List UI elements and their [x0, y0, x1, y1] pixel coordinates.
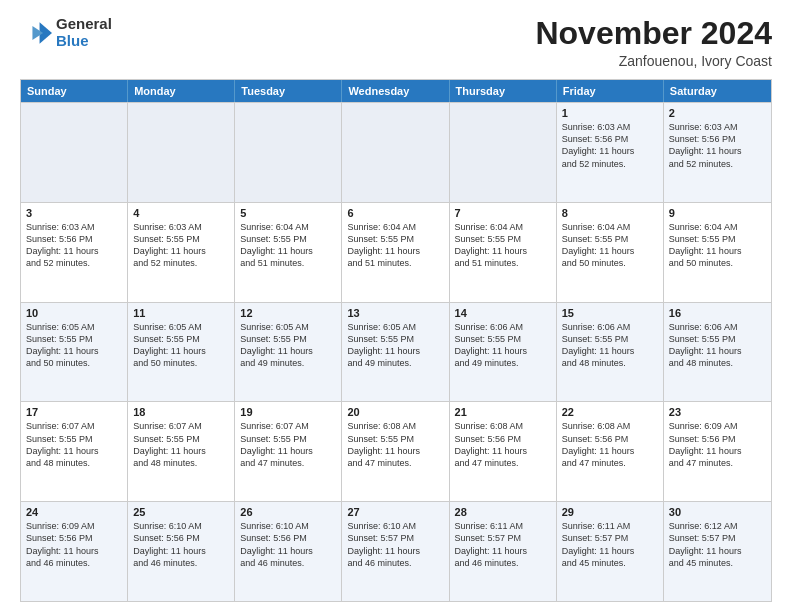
day-number: 27	[347, 506, 443, 518]
day-info: Sunrise: 6:08 AMSunset: 5:56 PMDaylight:…	[562, 420, 658, 469]
weekday-header-tuesday: Tuesday	[235, 80, 342, 102]
day-number: 28	[455, 506, 551, 518]
day-cell-13: 13Sunrise: 6:05 AMSunset: 5:55 PMDayligh…	[342, 303, 449, 402]
day-number: 25	[133, 506, 229, 518]
day-number: 7	[455, 207, 551, 219]
day-info: Sunrise: 6:03 AMSunset: 5:55 PMDaylight:…	[133, 221, 229, 270]
day-number: 3	[26, 207, 122, 219]
day-cell-1: 1Sunrise: 6:03 AMSunset: 5:56 PMDaylight…	[557, 103, 664, 202]
day-number: 12	[240, 307, 336, 319]
day-info: Sunrise: 6:04 AMSunset: 5:55 PMDaylight:…	[669, 221, 766, 270]
title-block: November 2024 Zanfouenou, Ivory Coast	[535, 16, 772, 69]
day-info: Sunrise: 6:08 AMSunset: 5:56 PMDaylight:…	[455, 420, 551, 469]
day-info: Sunrise: 6:09 AMSunset: 5:56 PMDaylight:…	[669, 420, 766, 469]
day-cell-23: 23Sunrise: 6:09 AMSunset: 5:56 PMDayligh…	[664, 402, 771, 501]
day-info: Sunrise: 6:06 AMSunset: 5:55 PMDaylight:…	[669, 321, 766, 370]
day-cell-16: 16Sunrise: 6:06 AMSunset: 5:55 PMDayligh…	[664, 303, 771, 402]
day-number: 22	[562, 406, 658, 418]
day-number: 10	[26, 307, 122, 319]
day-info: Sunrise: 6:10 AMSunset: 5:56 PMDaylight:…	[240, 520, 336, 569]
day-cell-5: 5Sunrise: 6:04 AMSunset: 5:55 PMDaylight…	[235, 203, 342, 302]
day-cell-29: 29Sunrise: 6:11 AMSunset: 5:57 PMDayligh…	[557, 502, 664, 601]
day-cell-15: 15Sunrise: 6:06 AMSunset: 5:55 PMDayligh…	[557, 303, 664, 402]
day-number: 21	[455, 406, 551, 418]
weekday-header-wednesday: Wednesday	[342, 80, 449, 102]
logo-blue-text: Blue	[56, 33, 112, 50]
day-number: 23	[669, 406, 766, 418]
day-number: 13	[347, 307, 443, 319]
logo: General Blue	[20, 16, 112, 49]
calendar: SundayMondayTuesdayWednesdayThursdayFrid…	[20, 79, 772, 602]
day-number: 30	[669, 506, 766, 518]
day-cell-4: 4Sunrise: 6:03 AMSunset: 5:55 PMDaylight…	[128, 203, 235, 302]
day-number: 2	[669, 107, 766, 119]
day-info: Sunrise: 6:04 AMSunset: 5:55 PMDaylight:…	[455, 221, 551, 270]
location: Zanfouenou, Ivory Coast	[535, 53, 772, 69]
empty-cell-0-2	[235, 103, 342, 202]
day-info: Sunrise: 6:07 AMSunset: 5:55 PMDaylight:…	[26, 420, 122, 469]
day-info: Sunrise: 6:10 AMSunset: 5:57 PMDaylight:…	[347, 520, 443, 569]
day-cell-24: 24Sunrise: 6:09 AMSunset: 5:56 PMDayligh…	[21, 502, 128, 601]
day-cell-10: 10Sunrise: 6:05 AMSunset: 5:55 PMDayligh…	[21, 303, 128, 402]
day-info: Sunrise: 6:03 AMSunset: 5:56 PMDaylight:…	[26, 221, 122, 270]
day-info: Sunrise: 6:11 AMSunset: 5:57 PMDaylight:…	[562, 520, 658, 569]
weekday-header-monday: Monday	[128, 80, 235, 102]
day-cell-2: 2Sunrise: 6:03 AMSunset: 5:56 PMDaylight…	[664, 103, 771, 202]
day-info: Sunrise: 6:05 AMSunset: 5:55 PMDaylight:…	[240, 321, 336, 370]
day-info: Sunrise: 6:12 AMSunset: 5:57 PMDaylight:…	[669, 520, 766, 569]
calendar-header: SundayMondayTuesdayWednesdayThursdayFrid…	[21, 80, 771, 102]
day-number: 11	[133, 307, 229, 319]
logo-icon	[20, 17, 52, 49]
day-number: 4	[133, 207, 229, 219]
day-cell-20: 20Sunrise: 6:08 AMSunset: 5:55 PMDayligh…	[342, 402, 449, 501]
day-cell-3: 3Sunrise: 6:03 AMSunset: 5:56 PMDaylight…	[21, 203, 128, 302]
day-number: 16	[669, 307, 766, 319]
day-number: 29	[562, 506, 658, 518]
day-info: Sunrise: 6:07 AMSunset: 5:55 PMDaylight:…	[133, 420, 229, 469]
calendar-row-3: 17Sunrise: 6:07 AMSunset: 5:55 PMDayligh…	[21, 401, 771, 501]
day-number: 14	[455, 307, 551, 319]
day-info: Sunrise: 6:03 AMSunset: 5:56 PMDaylight:…	[669, 121, 766, 170]
empty-cell-0-1	[128, 103, 235, 202]
day-info: Sunrise: 6:05 AMSunset: 5:55 PMDaylight:…	[26, 321, 122, 370]
day-info: Sunrise: 6:05 AMSunset: 5:55 PMDaylight:…	[133, 321, 229, 370]
day-cell-12: 12Sunrise: 6:05 AMSunset: 5:55 PMDayligh…	[235, 303, 342, 402]
day-number: 19	[240, 406, 336, 418]
empty-cell-0-4	[450, 103, 557, 202]
header: General Blue November 2024 Zanfouenou, I…	[20, 16, 772, 69]
calendar-row-2: 10Sunrise: 6:05 AMSunset: 5:55 PMDayligh…	[21, 302, 771, 402]
empty-cell-0-3	[342, 103, 449, 202]
day-number: 24	[26, 506, 122, 518]
calendar-body: 1Sunrise: 6:03 AMSunset: 5:56 PMDaylight…	[21, 102, 771, 601]
day-info: Sunrise: 6:05 AMSunset: 5:55 PMDaylight:…	[347, 321, 443, 370]
day-cell-11: 11Sunrise: 6:05 AMSunset: 5:55 PMDayligh…	[128, 303, 235, 402]
day-cell-21: 21Sunrise: 6:08 AMSunset: 5:56 PMDayligh…	[450, 402, 557, 501]
day-cell-28: 28Sunrise: 6:11 AMSunset: 5:57 PMDayligh…	[450, 502, 557, 601]
page: General Blue November 2024 Zanfouenou, I…	[0, 0, 792, 612]
day-info: Sunrise: 6:07 AMSunset: 5:55 PMDaylight:…	[240, 420, 336, 469]
day-number: 15	[562, 307, 658, 319]
day-number: 17	[26, 406, 122, 418]
logo-text: General Blue	[56, 16, 112, 49]
calendar-row-4: 24Sunrise: 6:09 AMSunset: 5:56 PMDayligh…	[21, 501, 771, 601]
logo-general-text: General	[56, 16, 112, 33]
day-cell-7: 7Sunrise: 6:04 AMSunset: 5:55 PMDaylight…	[450, 203, 557, 302]
day-info: Sunrise: 6:06 AMSunset: 5:55 PMDaylight:…	[562, 321, 658, 370]
weekday-header-saturday: Saturday	[664, 80, 771, 102]
day-cell-19: 19Sunrise: 6:07 AMSunset: 5:55 PMDayligh…	[235, 402, 342, 501]
weekday-header-friday: Friday	[557, 80, 664, 102]
day-cell-9: 9Sunrise: 6:04 AMSunset: 5:55 PMDaylight…	[664, 203, 771, 302]
day-cell-17: 17Sunrise: 6:07 AMSunset: 5:55 PMDayligh…	[21, 402, 128, 501]
calendar-row-0: 1Sunrise: 6:03 AMSunset: 5:56 PMDaylight…	[21, 102, 771, 202]
empty-cell-0-0	[21, 103, 128, 202]
day-info: Sunrise: 6:03 AMSunset: 5:56 PMDaylight:…	[562, 121, 658, 170]
day-number: 26	[240, 506, 336, 518]
day-number: 1	[562, 107, 658, 119]
day-cell-26: 26Sunrise: 6:10 AMSunset: 5:56 PMDayligh…	[235, 502, 342, 601]
day-number: 18	[133, 406, 229, 418]
day-info: Sunrise: 6:09 AMSunset: 5:56 PMDaylight:…	[26, 520, 122, 569]
day-cell-22: 22Sunrise: 6:08 AMSunset: 5:56 PMDayligh…	[557, 402, 664, 501]
weekday-header-thursday: Thursday	[450, 80, 557, 102]
day-cell-14: 14Sunrise: 6:06 AMSunset: 5:55 PMDayligh…	[450, 303, 557, 402]
day-cell-25: 25Sunrise: 6:10 AMSunset: 5:56 PMDayligh…	[128, 502, 235, 601]
